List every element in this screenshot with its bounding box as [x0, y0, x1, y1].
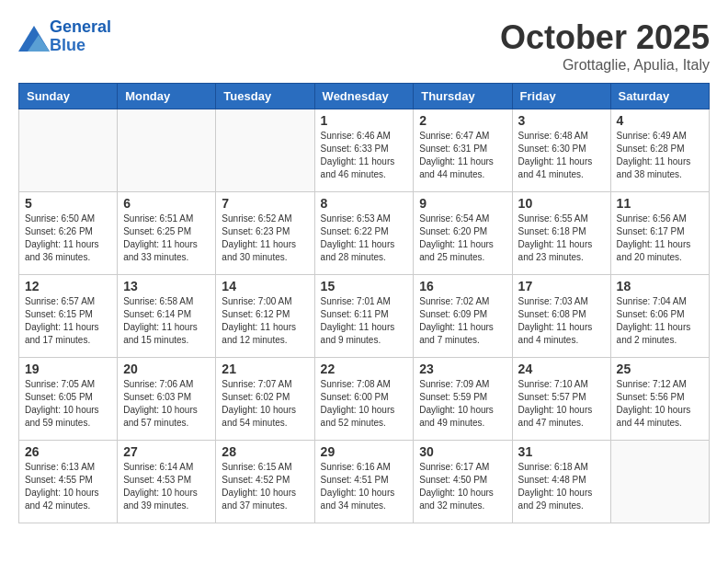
calendar-cell: 10Sunrise: 6:55 AM Sunset: 6:18 PM Dayli… — [512, 192, 610, 275]
title-block: October 2025 Grottaglie, Apulia, Italy — [500, 18, 710, 74]
day-info: Sunrise: 7:12 AM Sunset: 5:56 PM Dayligh… — [617, 378, 703, 430]
day-number: 26 — [25, 444, 111, 459]
calendar-cell: 1Sunrise: 6:46 AM Sunset: 6:33 PM Daylig… — [314, 109, 414, 192]
calendar-cell — [118, 109, 216, 192]
day-number: 25 — [617, 362, 703, 376]
weekday-header-tuesday: Tuesday — [216, 84, 314, 109]
day-info: Sunrise: 7:07 AM Sunset: 6:02 PM Dayligh… — [222, 378, 308, 430]
logo-line2: Blue — [50, 36, 85, 54]
calendar-cell: 19Sunrise: 7:05 AM Sunset: 6:05 PM Dayli… — [19, 358, 118, 441]
weekday-row: SundayMondayTuesdayWednesdayThursdayFrid… — [19, 84, 710, 109]
day-info: Sunrise: 7:08 AM Sunset: 6:00 PM Dayligh… — [321, 378, 408, 430]
calendar-cell: 17Sunrise: 7:03 AM Sunset: 6:08 PM Dayli… — [512, 275, 610, 358]
calendar-cell: 4Sunrise: 6:49 AM Sunset: 6:28 PM Daylig… — [610, 109, 709, 192]
day-info: Sunrise: 6:14 AM Sunset: 4:53 PM Dayligh… — [123, 461, 210, 512]
day-number: 19 — [25, 362, 111, 376]
day-info: Sunrise: 6:47 AM Sunset: 6:31 PM Dayligh… — [419, 130, 506, 181]
day-number: 14 — [222, 279, 308, 293]
day-info: Sunrise: 6:49 AM Sunset: 6:28 PM Dayligh… — [617, 130, 703, 181]
calendar-cell: 20Sunrise: 7:06 AM Sunset: 6:03 PM Dayli… — [118, 358, 216, 441]
calendar-cell: 3Sunrise: 6:48 AM Sunset: 6:30 PM Daylig… — [512, 109, 610, 192]
calendar-cell: 25Sunrise: 7:12 AM Sunset: 5:56 PM Dayli… — [610, 358, 709, 441]
day-info: Sunrise: 6:18 AM Sunset: 4:48 PM Dayligh… — [518, 461, 605, 512]
logo: General Blue — [18, 18, 111, 55]
day-number: 9 — [419, 196, 506, 211]
day-info: Sunrise: 6:51 AM Sunset: 6:25 PM Dayligh… — [123, 213, 210, 264]
calendar-cell — [19, 109, 118, 192]
day-number: 23 — [419, 362, 506, 376]
day-number: 11 — [617, 196, 703, 211]
day-number: 24 — [518, 362, 605, 376]
day-number: 31 — [518, 444, 605, 459]
calendar-cell: 6Sunrise: 6:51 AM Sunset: 6:25 PM Daylig… — [118, 192, 216, 275]
weekday-header-saturday: Saturday — [610, 84, 709, 109]
day-info: Sunrise: 7:10 AM Sunset: 5:57 PM Dayligh… — [518, 378, 605, 430]
day-number: 28 — [222, 444, 308, 459]
weekday-header-monday: Monday — [118, 84, 216, 109]
week-row-4: 19Sunrise: 7:05 AM Sunset: 6:05 PM Dayli… — [19, 358, 710, 441]
calendar-cell: 9Sunrise: 6:54 AM Sunset: 6:20 PM Daylig… — [414, 192, 512, 275]
day-number: 5 — [25, 196, 111, 211]
calendar-cell: 8Sunrise: 6:53 AM Sunset: 6:22 PM Daylig… — [314, 192, 414, 275]
day-number: 22 — [321, 362, 408, 376]
calendar-cell: 5Sunrise: 6:50 AM Sunset: 6:26 PM Daylig… — [19, 192, 118, 275]
calendar-header: SundayMondayTuesdayWednesdayThursdayFrid… — [19, 84, 710, 109]
day-info: Sunrise: 6:46 AM Sunset: 6:33 PM Dayligh… — [321, 130, 408, 181]
calendar-table: SundayMondayTuesdayWednesdayThursdayFrid… — [18, 83, 710, 523]
day-number: 7 — [222, 196, 308, 211]
location: Grottaglie, Apulia, Italy — [500, 57, 710, 74]
day-info: Sunrise: 6:58 AM Sunset: 6:14 PM Dayligh… — [123, 295, 210, 347]
month-title: October 2025 — [500, 18, 710, 57]
calendar-cell: 15Sunrise: 7:01 AM Sunset: 6:11 PM Dayli… — [314, 275, 414, 358]
logo-line1: General — [50, 17, 111, 36]
calendar-cell: 22Sunrise: 7:08 AM Sunset: 6:00 PM Dayli… — [314, 358, 414, 441]
day-info: Sunrise: 7:03 AM Sunset: 6:08 PM Dayligh… — [518, 295, 605, 347]
calendar-cell: 30Sunrise: 6:17 AM Sunset: 4:50 PM Dayli… — [414, 441, 512, 523]
calendar-cell: 28Sunrise: 6:15 AM Sunset: 4:52 PM Dayli… — [216, 441, 314, 523]
day-number: 13 — [123, 279, 210, 293]
calendar-cell: 7Sunrise: 6:52 AM Sunset: 6:23 PM Daylig… — [216, 192, 314, 275]
calendar-cell: 23Sunrise: 7:09 AM Sunset: 5:59 PM Dayli… — [414, 358, 512, 441]
calendar-cell: 27Sunrise: 6:14 AM Sunset: 4:53 PM Dayli… — [118, 441, 216, 523]
day-info: Sunrise: 7:00 AM Sunset: 6:12 PM Dayligh… — [222, 295, 308, 347]
calendar-cell — [216, 109, 314, 192]
day-info: Sunrise: 6:52 AM Sunset: 6:23 PM Dayligh… — [222, 213, 308, 264]
day-number: 4 — [617, 113, 703, 128]
day-info: Sunrise: 6:55 AM Sunset: 6:18 PM Dayligh… — [518, 213, 605, 264]
calendar-cell: 12Sunrise: 6:57 AM Sunset: 6:15 PM Dayli… — [19, 275, 118, 358]
week-row-2: 5Sunrise: 6:50 AM Sunset: 6:26 PM Daylig… — [19, 192, 710, 275]
day-number: 17 — [518, 279, 605, 293]
week-row-3: 12Sunrise: 6:57 AM Sunset: 6:15 PM Dayli… — [19, 275, 710, 358]
day-number: 8 — [321, 196, 408, 211]
week-row-5: 26Sunrise: 6:13 AM Sunset: 4:55 PM Dayli… — [19, 441, 710, 523]
day-info: Sunrise: 7:02 AM Sunset: 6:09 PM Dayligh… — [419, 295, 506, 347]
day-number: 15 — [321, 279, 408, 293]
logo-icon — [18, 26, 46, 48]
day-number: 20 — [123, 362, 210, 376]
day-number: 29 — [321, 444, 408, 459]
calendar-cell: 21Sunrise: 7:07 AM Sunset: 6:02 PM Dayli… — [216, 358, 314, 441]
weekday-header-thursday: Thursday — [414, 84, 512, 109]
day-info: Sunrise: 6:54 AM Sunset: 6:20 PM Dayligh… — [419, 213, 506, 264]
day-info: Sunrise: 6:17 AM Sunset: 4:50 PM Dayligh… — [419, 461, 506, 512]
calendar-cell: 29Sunrise: 6:16 AM Sunset: 4:51 PM Dayli… — [314, 441, 414, 523]
day-info: Sunrise: 7:09 AM Sunset: 5:59 PM Dayligh… — [419, 378, 506, 430]
day-info: Sunrise: 6:16 AM Sunset: 4:51 PM Dayligh… — [321, 461, 408, 512]
calendar-cell: 14Sunrise: 7:00 AM Sunset: 6:12 PM Dayli… — [216, 275, 314, 358]
day-number: 2 — [419, 113, 506, 128]
day-number: 16 — [419, 279, 506, 293]
day-number: 18 — [617, 279, 703, 293]
day-info: Sunrise: 6:15 AM Sunset: 4:52 PM Dayligh… — [222, 461, 308, 512]
calendar-cell: 2Sunrise: 6:47 AM Sunset: 6:31 PM Daylig… — [414, 109, 512, 192]
day-number: 1 — [321, 113, 408, 128]
day-number: 30 — [419, 444, 506, 459]
calendar-cell: 26Sunrise: 6:13 AM Sunset: 4:55 PM Dayli… — [19, 441, 118, 523]
day-info: Sunrise: 6:57 AM Sunset: 6:15 PM Dayligh… — [25, 295, 111, 347]
logo-text: General Blue — [50, 18, 111, 55]
day-number: 6 — [123, 196, 210, 211]
day-number: 12 — [25, 279, 111, 293]
calendar-body: 1Sunrise: 6:46 AM Sunset: 6:33 PM Daylig… — [19, 109, 710, 523]
weekday-header-wednesday: Wednesday — [314, 84, 414, 109]
week-row-1: 1Sunrise: 6:46 AM Sunset: 6:33 PM Daylig… — [19, 109, 710, 192]
day-info: Sunrise: 6:48 AM Sunset: 6:30 PM Dayligh… — [518, 130, 605, 181]
